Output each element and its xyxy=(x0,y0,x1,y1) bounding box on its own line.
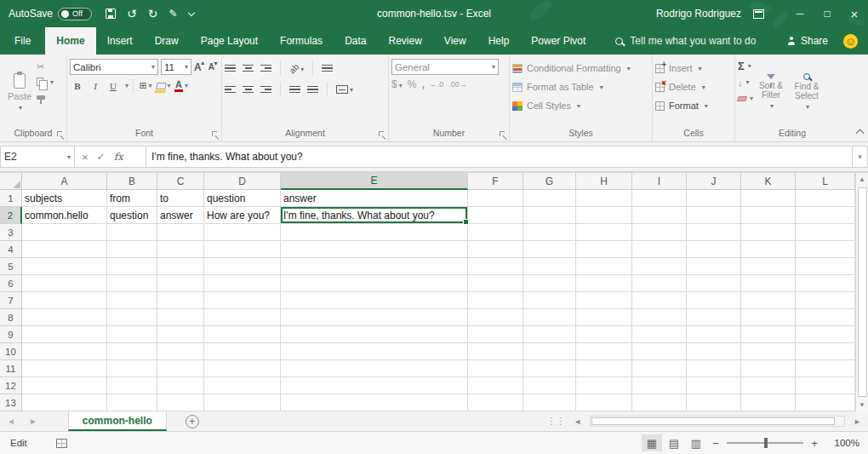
cell-D11[interactable] xyxy=(204,360,281,377)
cell-B4[interactable] xyxy=(107,241,157,258)
cell-J11[interactable] xyxy=(687,360,741,377)
cell-K1[interactable] xyxy=(741,190,796,207)
tab-home[interactable]: Home xyxy=(45,27,95,55)
cell-E4[interactable] xyxy=(281,241,468,258)
clipboard-dialog-launcher[interactable] xyxy=(57,131,65,139)
cell-H5[interactable] xyxy=(576,258,632,275)
cell-A13[interactable] xyxy=(22,394,107,411)
cell-H12[interactable] xyxy=(576,377,632,394)
cell-C12[interactable] xyxy=(157,377,204,394)
cell-K4[interactable] xyxy=(741,241,796,258)
column-header-H[interactable]: H xyxy=(576,173,632,190)
cut-button[interactable]: ✂ xyxy=(37,60,54,72)
cell-J6[interactable] xyxy=(687,275,741,292)
cell-I1[interactable] xyxy=(632,190,687,207)
font-color-button[interactable]: A▾ xyxy=(174,77,189,95)
tab-file[interactable]: File xyxy=(0,27,45,55)
row-header-5[interactable]: 5 xyxy=(0,258,22,275)
cell-L2[interactable] xyxy=(796,207,855,224)
cell-I9[interactable] xyxy=(632,326,687,343)
hscroll-right-icon[interactable]: ► xyxy=(850,417,865,426)
cell-D1[interactable]: question xyxy=(204,190,281,207)
cell-D12[interactable] xyxy=(204,377,281,394)
cell-G3[interactable] xyxy=(523,224,576,241)
row-header-2[interactable]: 2 xyxy=(0,207,22,224)
tab-draw[interactable]: Draw xyxy=(144,27,190,55)
column-header-B[interactable]: B xyxy=(107,173,157,190)
column-header-G[interactable]: G xyxy=(523,173,576,190)
decrease-decimal-button[interactable]: .00→ xyxy=(448,80,467,89)
font-dialog-launcher[interactable] xyxy=(212,131,220,139)
cell-I4[interactable] xyxy=(632,241,687,258)
maximize-button[interactable]: □ xyxy=(814,0,841,27)
previous-sheet-button[interactable]: ◄ xyxy=(0,411,22,431)
cell-J13[interactable] xyxy=(687,394,741,411)
autosave-toggle[interactable]: Off xyxy=(58,8,92,20)
cell-H6[interactable] xyxy=(576,275,632,292)
cell-H4[interactable] xyxy=(576,241,632,258)
cell-G2[interactable] xyxy=(523,207,576,224)
cell-I12[interactable] xyxy=(632,377,687,394)
cell-E2[interactable]: I'm fine, thanks. What about you? xyxy=(281,207,468,224)
cell-E1[interactable]: answer xyxy=(281,190,468,207)
close-button[interactable]: × xyxy=(841,0,868,27)
cell-B9[interactable] xyxy=(107,326,157,343)
cell-E5[interactable] xyxy=(281,258,468,275)
sheet-tab-common-hello[interactable]: common-hello xyxy=(68,411,167,431)
cell-B3[interactable] xyxy=(107,224,157,241)
find-select-button[interactable]: Find & Select ▾ xyxy=(789,57,825,127)
increase-decimal-button[interactable]: ←.0 xyxy=(430,80,444,89)
alignment-dialog-launcher[interactable] xyxy=(379,131,386,139)
cell-C1[interactable]: to xyxy=(157,190,204,207)
cell-F4[interactable] xyxy=(468,241,523,258)
page-break-view-button[interactable]: ▥ xyxy=(686,434,706,451)
formula-input[interactable]: I'm fine, thanks. What about you? xyxy=(146,146,853,168)
cell-K2[interactable] xyxy=(741,207,796,224)
tab-formulas[interactable]: Formulas xyxy=(269,27,334,55)
cell-C8[interactable] xyxy=(157,309,204,326)
cell-E11[interactable] xyxy=(281,360,468,377)
autosave-control[interactable]: AutoSave Off xyxy=(9,8,92,20)
cell-L1[interactable] xyxy=(796,190,855,207)
cell-L6[interactable] xyxy=(796,275,855,292)
cell-B5[interactable] xyxy=(107,258,157,275)
row-header-6[interactable]: 6 xyxy=(0,275,22,292)
cell-H11[interactable] xyxy=(576,360,632,377)
row-header-4[interactable]: 4 xyxy=(0,241,22,258)
splitter-dots-icon[interactable]: ⋮⋮ xyxy=(546,416,565,427)
cell-A11[interactable] xyxy=(22,360,107,377)
row-header-1[interactable]: 1 xyxy=(0,190,22,207)
conditional-formatting-button[interactable]: Conditional Formatting ▾ xyxy=(512,59,649,78)
cell-K10[interactable] xyxy=(741,343,796,360)
cell-A3[interactable] xyxy=(22,224,107,241)
cell-B8[interactable] xyxy=(107,309,157,326)
column-header-J[interactable]: J xyxy=(687,173,741,190)
format-cells-button[interactable]: Format ▾ xyxy=(655,96,732,115)
cell-F10[interactable] xyxy=(468,343,523,360)
cell-E12[interactable] xyxy=(281,377,468,394)
column-header-E[interactable]: E xyxy=(281,173,468,190)
row-header-3[interactable]: 3 xyxy=(0,224,22,241)
column-header-C[interactable]: C xyxy=(157,173,204,190)
cell-E3[interactable] xyxy=(281,224,468,241)
cell-E7[interactable] xyxy=(281,292,468,309)
cell-C7[interactable] xyxy=(157,292,204,309)
cell-G8[interactable] xyxy=(523,309,576,326)
orientation-button[interactable]: ab▾ xyxy=(289,63,304,73)
cell-F9[interactable] xyxy=(468,326,523,343)
cell-L12[interactable] xyxy=(796,377,855,394)
row-header-9[interactable]: 9 xyxy=(0,326,22,343)
horizontal-scrollbar[interactable] xyxy=(590,416,845,427)
column-header-L[interactable]: L xyxy=(796,173,855,190)
align-middle-button[interactable] xyxy=(243,65,254,72)
align-bottom-button[interactable] xyxy=(260,65,271,72)
cell-E6[interactable] xyxy=(281,275,468,292)
cell-I10[interactable] xyxy=(632,343,687,360)
row-header-8[interactable]: 8 xyxy=(0,309,22,326)
cell-C11[interactable] xyxy=(157,360,204,377)
cell-G5[interactable] xyxy=(523,258,576,275)
copy-button[interactable]: ▾ xyxy=(37,76,54,88)
vertical-scrollbar[interactable]: ▲ ▼ xyxy=(855,173,868,411)
cell-K3[interactable] xyxy=(741,224,796,241)
cell-G9[interactable] xyxy=(523,326,576,343)
